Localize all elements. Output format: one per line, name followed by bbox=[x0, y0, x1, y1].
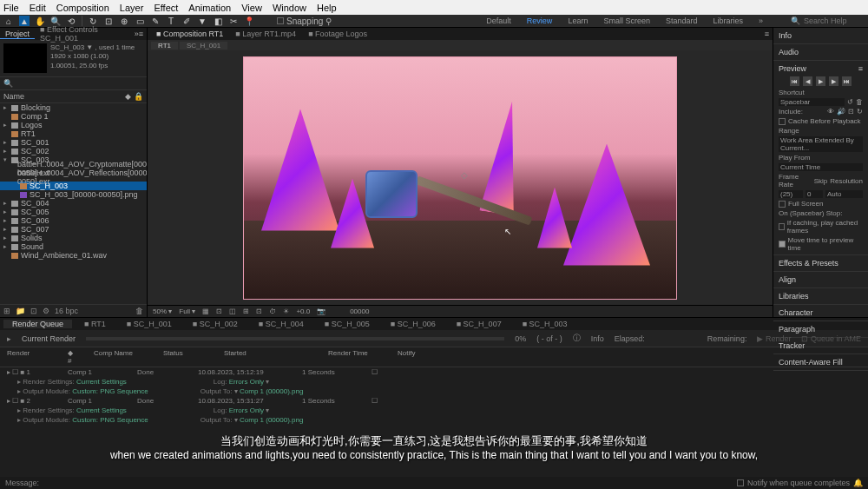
tree-item[interactable]: ▸SC_001 bbox=[0, 138, 147, 147]
composition-viewport[interactable]: ◇ ↖ bbox=[148, 50, 773, 305]
range-select[interactable]: Work Area Extended By Current... bbox=[779, 136, 863, 152]
menu-composition[interactable]: Composition bbox=[56, 3, 109, 13]
timeline-tab[interactable]: ■ SC_H_006 bbox=[382, 320, 444, 328]
caching-play-checkbox[interactable] bbox=[779, 223, 785, 230]
bpc-label[interactable]: 16 bpc bbox=[55, 307, 78, 315]
project-tree[interactable]: ▸BlockingComp 1▸LogosRT1▸SC_001▸SC_002▾S… bbox=[0, 103, 147, 304]
eraser-tool-icon[interactable]: ◧ bbox=[213, 16, 223, 26]
tree-item[interactable]: Wind_Ambience_01.wav bbox=[0, 251, 147, 260]
sub-tab[interactable]: RT1 bbox=[151, 42, 178, 50]
workspace-standard[interactable]: Standard bbox=[666, 17, 698, 25]
workspace-default[interactable]: Default bbox=[486, 17, 511, 25]
roto-tool-icon[interactable]: ✂ bbox=[228, 16, 239, 26]
shortcut-select[interactable]: Spacebar bbox=[779, 98, 845, 106]
menu-help[interactable]: Help bbox=[317, 3, 337, 13]
include-audio-icon[interactable]: 🔊 bbox=[837, 108, 845, 116]
include-overlay-icon[interactable]: ⊡ bbox=[848, 108, 854, 116]
shape-tool-icon[interactable]: ▭ bbox=[135, 16, 145, 26]
panel-menu-icon[interactable]: »≡ bbox=[135, 30, 147, 38]
interpret-footage-icon[interactable]: ⊞ bbox=[3, 307, 10, 315]
sub-tab[interactable]: SC_H_001 bbox=[180, 42, 227, 50]
exposure-icon[interactable]: ☀ bbox=[283, 307, 289, 315]
snapshot-icon[interactable]: 📷 bbox=[317, 307, 326, 315]
menu-window[interactable]: Window bbox=[273, 3, 306, 13]
th-started[interactable]: Started bbox=[224, 349, 311, 365]
new-comp-icon[interactable]: ⊡ bbox=[30, 307, 37, 315]
include-video-icon[interactable]: 👁 bbox=[827, 108, 834, 116]
panel-info[interactable]: Info bbox=[779, 30, 863, 42]
transparency-grid-icon[interactable]: ▦ bbox=[202, 307, 209, 315]
next-frame-icon[interactable]: ▶ bbox=[829, 76, 838, 86]
timeline-tab[interactable]: ■ SC_H_001 bbox=[118, 320, 181, 328]
playfrom-select[interactable]: Current Time bbox=[779, 163, 863, 171]
timecode-icon[interactable]: ⏱ bbox=[269, 307, 276, 315]
render-item[interactable]: ▸ ☐ ■ 1Comp 1Done10.08.2023, 15:12:191 S… bbox=[0, 367, 868, 377]
panel-collapsed[interactable]: Character bbox=[779, 307, 863, 319]
timeline-tab[interactable]: ■ SC_H_002 bbox=[184, 320, 247, 328]
panel-collapsed[interactable]: Effects & Presets bbox=[779, 257, 863, 269]
tree-item[interactable]: Comp 1 bbox=[0, 112, 147, 121]
current-render-arrow-icon[interactable]: ▸ bbox=[7, 334, 11, 343]
new-folder-icon[interactable]: 📁 bbox=[16, 307, 25, 315]
panel-collapsed[interactable]: Align bbox=[779, 274, 863, 286]
bell-icon[interactable]: 🔔 bbox=[853, 479, 863, 487]
timeline-tab[interactable]: ■ RT1 bbox=[76, 320, 115, 328]
fps-select[interactable]: (25) bbox=[779, 190, 803, 198]
menu-file[interactable]: File bbox=[3, 3, 19, 13]
menu-animation[interactable]: Animation bbox=[188, 3, 231, 13]
brush-tool-icon[interactable]: ✐ bbox=[181, 16, 192, 26]
panel-collapsed[interactable]: Libraries bbox=[779, 290, 863, 302]
snapping-options-icon[interactable]: ⚲ bbox=[326, 17, 332, 26]
column-name[interactable]: Name bbox=[3, 92, 24, 101]
render-button[interactable]: ▶ Render bbox=[757, 334, 791, 343]
home-icon[interactable]: ⌂ bbox=[3, 16, 14, 26]
comp-tab[interactable]: ■ Layer RT1.mp4 bbox=[230, 30, 301, 38]
notify-complete-checkbox[interactable] bbox=[737, 479, 744, 486]
render-item[interactable]: ▸ ☐ ■ 2Comp 1Done10.08.2023, 15:31:271 S… bbox=[0, 396, 868, 406]
th-rtime[interactable]: Render Time bbox=[328, 349, 380, 365]
text-tool-icon[interactable]: T bbox=[166, 16, 176, 26]
tree-item[interactable]: SC_H_003_[00000-00050].png bbox=[0, 190, 147, 199]
skip-select[interactable]: 0 bbox=[806, 190, 823, 198]
comp-tab[interactable]: ■ Composition RT1 bbox=[151, 30, 228, 38]
selection-tool-icon[interactable]: ▲ bbox=[19, 16, 30, 26]
menu-view[interactable]: View bbox=[241, 3, 262, 13]
tree-item[interactable]: ▸SC_002 bbox=[0, 147, 147, 155]
menu-layer[interactable]: Layer bbox=[120, 3, 144, 13]
menu-edit[interactable]: Edit bbox=[30, 3, 46, 13]
tree-item[interactable]: ▸SC_006 bbox=[0, 216, 147, 225]
column-type-icon[interactable]: ◆ 🔒 bbox=[125, 92, 143, 101]
exposure-value[interactable]: +0.0 bbox=[296, 307, 310, 315]
tree-item[interactable]: ▸SC_004 bbox=[0, 199, 147, 208]
workspace-review[interactable]: Review bbox=[527, 17, 553, 25]
th-comp[interactable]: Comp Name bbox=[94, 349, 146, 365]
tab-project[interactable]: Project bbox=[0, 30, 35, 39]
comp-tab[interactable]: ■ Footage Logos bbox=[303, 30, 372, 38]
search-help-input[interactable] bbox=[804, 17, 865, 25]
zoom-dropdown[interactable]: 50% ▾ bbox=[153, 307, 172, 315]
th-status[interactable]: Status bbox=[163, 349, 207, 365]
stamp-tool-icon[interactable]: ▼ bbox=[197, 16, 207, 26]
puppet-tool-icon[interactable]: 📍 bbox=[244, 16, 254, 26]
pen-tool-icon[interactable]: ✎ bbox=[150, 16, 161, 26]
queue-ame-button[interactable]: ⊡ Queue in AME bbox=[801, 334, 861, 343]
loop-icon[interactable]: ↻ bbox=[857, 108, 863, 116]
timeline-tab[interactable]: ■ SC_H_007 bbox=[448, 320, 510, 328]
timecode-display[interactable]: 00000 bbox=[350, 307, 369, 315]
last-frame-icon[interactable]: ⏭ bbox=[842, 76, 852, 86]
tree-item[interactable]: ▸Sound bbox=[0, 242, 147, 251]
workspace-more-icon[interactable]: » bbox=[759, 17, 763, 25]
panel-preview[interactable]: Preview bbox=[779, 64, 806, 73]
region-icon[interactable]: ◫ bbox=[229, 307, 236, 315]
tree-item[interactable]: ▸Solids bbox=[0, 234, 147, 242]
trash-icon[interactable]: 🗑 bbox=[135, 307, 143, 315]
menu-effect[interactable]: Effect bbox=[154, 3, 178, 13]
tree-item[interactable]: ▸SC_005 bbox=[0, 208, 147, 216]
first-frame-icon[interactable]: ⏮ bbox=[790, 76, 799, 86]
fullscreen-checkbox[interactable] bbox=[779, 201, 786, 208]
tab-render-queue[interactable]: Render Queue bbox=[3, 320, 72, 328]
timeline-tab[interactable]: ■ SC_H_003 bbox=[514, 320, 576, 328]
th-render[interactable]: Render bbox=[7, 349, 50, 365]
panel-menu-icon[interactable]: ≡ bbox=[858, 64, 863, 73]
tree-item[interactable]: ▸Blocking bbox=[0, 103, 147, 112]
